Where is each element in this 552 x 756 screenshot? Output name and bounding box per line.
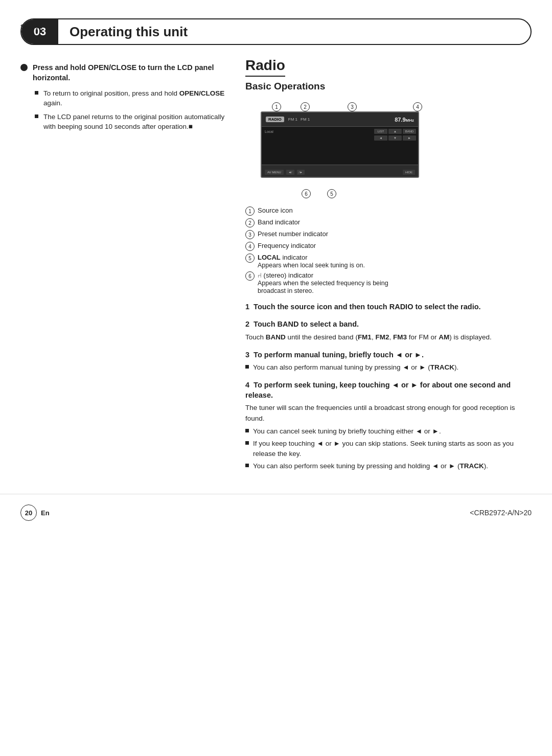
left-column: Press and hold OPEN/CLOSE to turn the LC… <box>20 57 240 478</box>
open-close-bold-1: OPEN/CLOSE <box>88 63 136 72</box>
content-columns: Press and hold OPEN/CLOSE to turn the LC… <box>0 57 552 478</box>
footer-left: 20 En <box>20 505 50 521</box>
right-column: Radio Basic Operations 1 2 3 4 <box>240 57 532 478</box>
btn-row-2: ◄ ▼ ► <box>374 135 416 141</box>
local-text: Local <box>265 130 384 133</box>
sub-bullet-square-icon-1 <box>35 91 38 95</box>
seek-right-btn: /► <box>297 170 305 175</box>
legend-callout-1: 1 <box>245 207 255 216</box>
section-title: Operating this unit <box>58 19 531 44</box>
callout-num-4: 4 <box>413 102 422 111</box>
section-area: Section 03 Operating this unit <box>0 18 552 45</box>
sub-bullet-text-1: To return to original position, press an… <box>43 88 225 108</box>
step-4-sub-bullet-icon-1 <box>245 429 249 432</box>
callout-num-1: 1 <box>272 102 281 111</box>
legend-callout-4: 4 <box>245 242 255 251</box>
step-4-sub-text-1: You can cancel seek tuning by briefly to… <box>253 426 441 437</box>
step-4-sub-3: You can also perform seek tuning by pres… <box>245 461 532 471</box>
lcd-bottom-bar: AV MENU ◄/ /► HIDE <box>262 165 418 178</box>
step-1: 1 Touch the source icon and then touch R… <box>245 302 532 312</box>
step-2-body: Touch BAND until the desired band (FM1, … <box>245 332 532 342</box>
av-menu-btn: AV MENU <box>265 170 284 175</box>
legend-callout-6: 6 <box>245 271 255 281</box>
main-bullet: Press and hold OPEN/CLOSE to turn the LC… <box>20 62 225 83</box>
section-header: 03 Operating this unit <box>20 18 532 45</box>
lcd-diagram: 1 2 3 4 RADIO FM 1 FM 1 87.9M <box>245 99 445 201</box>
open-close-bold-2: OPEN/CLOSE <box>179 89 225 97</box>
step-4-heading: 4 To perform seek tuning, keep touching … <box>245 380 532 401</box>
step-3-sub-text: You can also perform manual tuning by pr… <box>253 362 458 373</box>
sub-bullet-2: The LCD panel returns to the original po… <box>33 112 225 132</box>
legend-text-2: Band indicator <box>258 218 300 226</box>
sub-bullet-1: To return to original position, press an… <box>33 88 225 108</box>
callout-num-2: 2 <box>301 102 310 111</box>
legend-item-1: 1 Source icon <box>245 207 532 216</box>
step-4-sub-text-3: You can also perform seek tuning by pres… <box>253 461 488 471</box>
bullet-dot-icon <box>20 64 28 71</box>
step-4-sub-1: You can cancel seek tuning by briefly to… <box>245 426 532 437</box>
step-3: 3 To perform manual tuning, briefly touc… <box>245 350 532 373</box>
lcd-top-bar: RADIO FM 1 FM 1 87.9MHz <box>262 112 418 127</box>
callout-num-5: 5 <box>327 189 336 198</box>
legend-item-2: 2 Band indicator <box>245 218 532 227</box>
callout-6-pos: 6 <box>302 189 311 198</box>
page-wrapper: Section 03 Operating this unit Press and… <box>0 18 552 756</box>
lcd-right-mid: LIST ▲ BAND ◄ ▼ ► <box>387 127 418 165</box>
next-btn: ► <box>403 135 416 141</box>
step-4-sub-bullet-icon-3 <box>245 464 249 467</box>
btn-row-1: LIST ▲ BAND <box>374 129 416 134</box>
list-btn: LIST <box>374 129 387 134</box>
up-btn: ▲ <box>388 129 402 134</box>
legend-item-6: 6 ⑁ (stereo) indicatorAppears when the s… <box>245 271 532 294</box>
lcd-middle: Local LIST ▲ BAND ◄ ▼ ► <box>262 127 418 165</box>
callout-3-pos: 3 <box>348 102 357 111</box>
basic-ops-title: Basic Operations <box>245 81 532 92</box>
callout-1-pos: 1 <box>272 102 281 111</box>
step-3-heading: 3 To perform manual tuning, briefly touc… <box>245 350 532 360</box>
band-btn: BAND <box>403 129 416 134</box>
step-3-sub-bullet-icon <box>245 365 249 369</box>
legend-text-4: Frequency indicator <box>258 242 316 249</box>
legend-item-3: 3 Preset number indicator <box>245 230 532 239</box>
source-badge: RADIO <box>266 117 284 122</box>
callout-num-6: 6 <box>302 189 311 198</box>
legend-text-3: Preset number indicator <box>258 230 328 238</box>
lcd-left-mid: Local <box>262 127 387 165</box>
down-btn: ▼ <box>388 135 402 141</box>
legend-item-5: 5 LOCAL indicatorAppears when local seek… <box>245 254 532 269</box>
section-label: Section <box>20 24 42 30</box>
hide-btn: HIDE <box>403 170 415 175</box>
callout-5-pos: 5 <box>327 189 336 198</box>
fm1-label: FM 1 <box>288 117 297 122</box>
legend-text-6: ⑁ (stereo) indicatorAppears when the sel… <box>258 271 388 294</box>
fm2-label: FM 1 <box>301 117 310 122</box>
legend-callout-3: 3 <box>245 230 255 239</box>
callout-legend: 1 Source icon 2 Band indicator 3 Preset … <box>245 207 532 294</box>
step-4: 4 To perform seek tuning, keep touching … <box>245 380 532 471</box>
legend-text-1: Source icon <box>258 207 293 214</box>
page-footer: 20 En <CRB2972-A/N>20 <box>0 494 552 526</box>
step-4-sub-bullet-icon-2 <box>245 441 249 445</box>
page-lang: En <box>41 509 50 517</box>
page-number-circle: 20 <box>20 505 37 521</box>
callout-2-pos: 2 <box>301 102 310 111</box>
legend-callout-5: 5 <box>245 254 255 263</box>
main-bullet-text: Press and hold OPEN/CLOSE to turn the LC… <box>33 62 225 83</box>
sub-bullet-text-2: The LCD panel returns to the original po… <box>43 112 225 132</box>
prev-btn: ◄ <box>374 135 387 141</box>
legend-callout-2: 2 <box>245 218 255 227</box>
lcd-screen: RADIO FM 1 FM 1 87.9MHz Local LIST ▲ <box>261 111 419 178</box>
radio-title: Radio <box>245 57 285 77</box>
step-4-body: The tuner will scan the frequencies unti… <box>245 403 532 424</box>
step-4-sub-text-2: If you keep touching ◄ or ► you can skip… <box>253 439 532 459</box>
seek-left-btn: ◄/ <box>286 170 294 175</box>
step-4-sub-2: If you keep touching ◄ or ► you can skip… <box>245 439 532 459</box>
sub-bullet-square-icon-2 <box>35 114 38 118</box>
legend-text-5: LOCAL indicatorAppears when local seek t… <box>258 254 365 269</box>
step-2: 2 Touch BAND to select a band. Touch BAN… <box>245 319 532 342</box>
callout-num-3: 3 <box>348 102 357 111</box>
step-3-sub-1: You can also perform manual tuning by pr… <box>245 362 532 373</box>
step-2-heading: 2 Touch BAND to select a band. <box>245 319 532 329</box>
callout-4-pos: 4 <box>413 102 422 111</box>
legend-item-4: 4 Frequency indicator <box>245 242 532 251</box>
